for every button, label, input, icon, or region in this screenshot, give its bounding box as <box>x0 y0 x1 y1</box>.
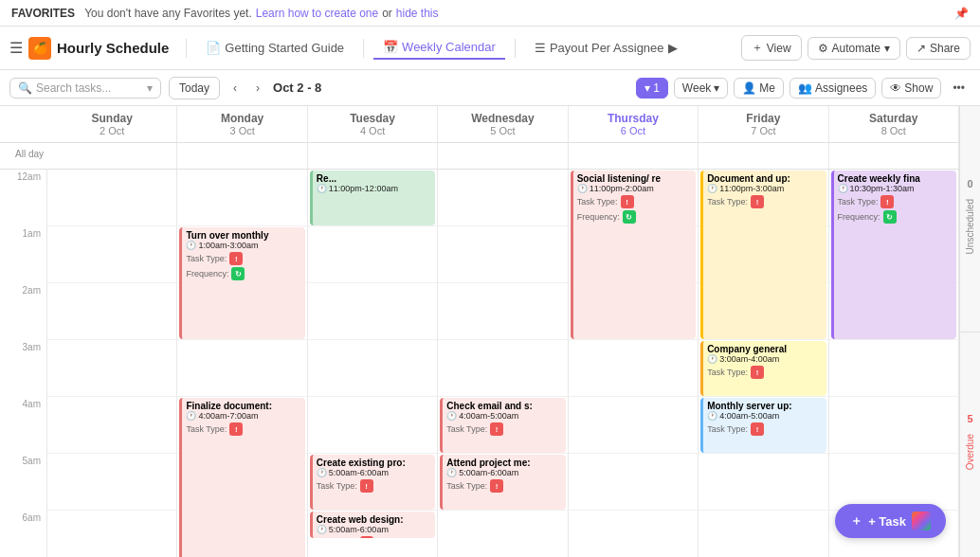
day-cell-6-4[interactable] <box>829 397 959 454</box>
task-block-t9[interactable]: Check email and s:🕐4:00am-5:00amTask Typ… <box>440 398 565 453</box>
day-cell-5-5[interactable] <box>699 454 828 511</box>
search-box[interactable]: 🔍 Search tasks... ▾ <box>9 78 161 99</box>
task-block-t8[interactable]: Finalize document:🕐4:00am-7:00amTask Typ… <box>179 398 304 557</box>
more-options-icon[interactable]: ••• <box>947 80 971 97</box>
day-cell-6-3[interactable] <box>829 340 959 397</box>
allday-sun <box>47 143 177 169</box>
day-cell-5-3[interactable]: Company general🕐3:00am-4:00amTask Type: … <box>699 340 828 397</box>
day-cell-2-3[interactable] <box>308 340 438 397</box>
day-cell-4-6[interactable] <box>569 511 699 557</box>
task-time: 🕐1:00am-3:00am <box>186 241 300 250</box>
task-block-t5[interactable]: Create weekly fina🕐10:30pm-1:30amTask Ty… <box>831 171 956 339</box>
day-cell-3-3[interactable] <box>438 340 568 397</box>
task-time: 🕐11:00pm-12:00am <box>317 184 431 193</box>
day-cell-1-3[interactable] <box>177 340 307 397</box>
task-title: Finalize document: <box>186 401 300 411</box>
day-cell-1-0[interactable] <box>177 170 307 226</box>
day-cell-3-4[interactable]: Check email and s:🕐4:00am-5:00amTask Typ… <box>438 397 568 454</box>
day-cell-0-6[interactable] <box>47 511 177 557</box>
prev-arrow[interactable]: ‹ <box>227 80 243 97</box>
day-cell-2-5[interactable]: Create existing pro:🕐5:00am-6:00amTask T… <box>308 454 438 511</box>
time-gutter-header <box>0 106 47 142</box>
filter-count-btn[interactable]: ▾ 1 <box>636 78 668 99</box>
day-cell-3-1[interactable] <box>438 226 568 283</box>
automate-icon: ⚙ <box>818 42 828 55</box>
day-cell-0-1[interactable] <box>47 226 177 283</box>
day-cell-4-4[interactable] <box>569 397 699 454</box>
sidebar-right: 0 Unscheduled 5 Overdue <box>959 106 980 557</box>
hamburger-menu[interactable]: ☰ <box>9 39 23 57</box>
app-grid-icon <box>912 512 931 530</box>
task-title: Re... <box>317 173 431 184</box>
list-icon: ☰ <box>535 41 546 55</box>
day-cell-0-0[interactable] <box>47 170 177 226</box>
task-time: 🕐4:00am-5:00am <box>707 411 822 421</box>
view-button[interactable]: ＋ View <box>741 35 802 61</box>
task-block-t1[interactable]: Re...🕐11:00pm-12:00am <box>310 171 435 225</box>
task-block-t2[interactable]: Social listening/ re🕐11:00pm-2:00amTask … <box>571 171 696 339</box>
day-cell-4-3[interactable] <box>569 340 699 397</box>
day-cell-2-1[interactable] <box>308 226 438 283</box>
task-block-t3[interactable]: Turn over monthly🕐1:00am-3:00amTask Type… <box>179 227 304 339</box>
task-block-t10[interactable]: Create existing pro:🕐5:00am-6:00amTask T… <box>310 455 435 510</box>
day-cell-6-5[interactable] <box>829 454 959 511</box>
day-cell-0-4[interactable] <box>47 397 177 454</box>
today-button[interactable]: Today <box>169 77 220 99</box>
day-cell-2-2[interactable] <box>308 283 438 340</box>
me-btn[interactable]: 👤 Me <box>734 78 784 99</box>
time-label-2am: 2am <box>0 283 47 340</box>
show-btn[interactable]: 👁 Show <box>881 78 941 99</box>
task-freq-row: Frequency: ↻ <box>838 210 953 224</box>
task-type-row: Task Type: ! <box>446 422 561 436</box>
tab-weekly-calendar[interactable]: 📅 Weekly Calendar <box>373 36 505 60</box>
hide-link[interactable]: hide this <box>396 7 439 20</box>
day-cell-2-4[interactable] <box>308 397 438 454</box>
day-cell-3-6[interactable] <box>438 511 568 557</box>
task-type-row: Task Type: ! <box>577 195 692 208</box>
tab-divider2 <box>363 39 364 58</box>
day-cell-3-2[interactable] <box>438 283 568 340</box>
allday-row: All day <box>0 143 959 170</box>
day-cell-3-5[interactable]: Attend project me:🕐5:00am-6:00amTask Typ… <box>438 454 568 511</box>
day-cell-3-0[interactable] <box>438 170 568 226</box>
day-cell-2-0[interactable]: Re...🕐11:00pm-12:00am <box>308 170 438 226</box>
next-arrow[interactable]: › <box>250 80 265 97</box>
week-btn[interactable]: Week ▾ <box>674 78 728 99</box>
day-cell-2-6[interactable]: Create web design:🕐5:00am-6:00amTask Typ… <box>308 511 438 557</box>
task-block-t11[interactable]: Attend project me:🕐5:00am-6:00amTask Typ… <box>440 455 565 510</box>
day-cell-0-3[interactable] <box>47 340 177 397</box>
day-cell-0-5[interactable] <box>47 454 177 511</box>
task-freq-row: Frequency: ↻ <box>186 267 300 280</box>
task-block-t6[interactable]: Company general🕐3:00am-4:00amTask Type: … <box>700 341 826 396</box>
day-header-sun: Sunday 2 Oct <box>47 106 177 142</box>
day-cell-0-2[interactable] <box>47 283 177 340</box>
app-title: Hourly Schedule <box>57 40 169 56</box>
day-header-tue: Tuesday 4 Oct <box>308 106 438 142</box>
calendar-main: Sunday 2 Oct Monday 3 Oct Tuesday 4 Oct … <box>0 106 959 557</box>
share-button[interactable]: ↗ Share <box>906 37 971 60</box>
calendar-icon: 📅 <box>383 40 398 54</box>
add-task-button[interactable]: ＋ + Task <box>835 504 946 538</box>
day-cell-4-5[interactable] <box>569 454 699 511</box>
automate-button[interactable]: ⚙ Automate ▾ <box>808 37 900 60</box>
task-block-t12[interactable]: Create web design:🕐5:00am-6:00amTask Typ… <box>310 512 435 538</box>
task-block-t7[interactable]: Monthly server up:🕐4:00am-5:00amTask Typ… <box>700 398 826 453</box>
arrow-icon: ▶ <box>668 41 678 55</box>
task-block-t4[interactable]: Document and up:🕐11:00pm-3:00amTask Type… <box>700 171 826 339</box>
day-header-wed: Wednesday 5 Oct <box>438 106 568 142</box>
learn-link[interactable]: Learn how to create one <box>256 7 378 20</box>
app-logo: 🍊 <box>28 37 51 60</box>
assignees-btn[interactable]: 👥 Assignees <box>789 78 876 99</box>
day-cell-4-0[interactable]: Social listening/ re🕐11:00pm-2:00amTask … <box>569 170 699 226</box>
task-time: 🕐4:00am-5:00am <box>446 411 561 421</box>
tab-getting-started[interactable]: 📄 Getting Started Guide <box>196 37 354 59</box>
task-type-row: Task Type: ! <box>186 252 300 265</box>
day-cell-5-0[interactable]: Document and up:🕐11:00pm-3:00amTask Type… <box>699 170 828 226</box>
day-cell-5-4[interactable]: Monthly server up:🕐4:00am-5:00amTask Typ… <box>699 397 828 454</box>
tab-payout[interactable]: ☰ Payout Per Assignee ▶ <box>525 37 687 59</box>
day-cell-5-6[interactable] <box>699 511 828 557</box>
day-cell-1-4[interactable]: Finalize document:🕐4:00am-7:00amTask Typ… <box>177 397 307 454</box>
banner-message: You don't have any Favorites yet. <box>84 7 252 20</box>
day-cell-6-0[interactable]: Create weekly fina🕐10:30pm-1:30amTask Ty… <box>829 170 959 226</box>
day-cell-1-1[interactable]: Turn over monthly🕐1:00am-3:00amTask Type… <box>177 226 307 283</box>
